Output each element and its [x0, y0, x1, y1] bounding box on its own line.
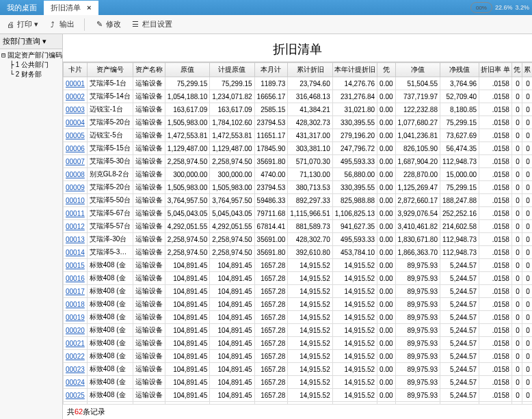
tree-root[interactable]: ⊟ 固定资产部门编码明细 [1, 51, 61, 60]
table-row[interactable]: 00015标致408 (金运输设备104,891.45104,891.45165… [64, 259, 533, 272]
cell: 0.00 [377, 220, 395, 233]
table-row[interactable]: 00024标致408 (金运输设备104,891.45104,891.45165… [64, 376, 533, 389]
modify-button[interactable]: ✎ 修改 [94, 19, 121, 29]
table-row[interactable]: 00012艾瑞泽5-57台运输设备4,292,051.554,292,051.5… [64, 220, 533, 233]
tab-home[interactable]: 我的桌面 [0, 1, 44, 15]
card-link[interactable]: 00018 [66, 301, 85, 308]
table-row[interactable]: 00017标致408 (金运输设备104,891.45104,891.45165… [64, 285, 533, 298]
card-link[interactable]: 00002 [66, 93, 85, 100]
tree-child-2[interactable]: └ 2 财务部 [1, 70, 61, 79]
card-link[interactable]: 00010 [66, 197, 85, 204]
col-header[interactable]: 累 [522, 63, 532, 77]
card-link[interactable]: 00008 [66, 171, 85, 178]
card-link[interactable]: 00004 [66, 119, 85, 126]
table-row[interactable]: 00009艾瑞泽5-20台运输设备1,505,983.001,505,983.0… [64, 181, 533, 194]
cell: 0 [511, 220, 522, 233]
cell: 104,891.45 [165, 298, 209, 311]
table-row[interactable]: 00016标致408 (金运输设备104,891.45104,891.45165… [64, 272, 533, 285]
col-header[interactable]: 折旧率 单 [479, 63, 512, 77]
col-header[interactable]: 凭 [511, 63, 522, 77]
cell: 运输设备 [133, 77, 165, 90]
col-header[interactable]: 本月计 [254, 63, 288, 77]
cell: 00015 [64, 259, 88, 272]
table-row[interactable]: 00019标致408 (金运输设备104,891.45104,891.45165… [64, 311, 533, 324]
tree-child-1[interactable]: ├ 1 公共部门 [1, 60, 61, 70]
col-header[interactable]: 净残值 [440, 63, 479, 77]
card-link[interactable]: 00015 [66, 262, 85, 269]
col-header[interactable]: 计提原值 [210, 63, 254, 77]
cell: 228,870.00 [395, 168, 440, 181]
table-row[interactable]: 00018标致408 (金运输设备104,891.45104,891.45165… [64, 298, 533, 311]
card-link[interactable]: 00014 [66, 249, 85, 256]
data-grid[interactable]: 卡片资产编号资产名称原值计提原值本月计累计折旧本年计提折旧凭净值净残值折旧率 单… [63, 62, 532, 404]
chevron-down-icon: ▾ [42, 37, 46, 45]
table-row[interactable]: 00013艾瑞泽-30台运输设备2,258,974.502,258,974.50… [64, 233, 533, 246]
sidebar-header[interactable]: 按部门查询 ▾ [0, 34, 62, 49]
cell: 2,258,974.50 [210, 155, 254, 168]
table-row[interactable]: 00022标致408 (金运输设备104,891.45104,891.45165… [64, 350, 533, 363]
card-link[interactable]: 00011 [66, 210, 85, 217]
card-link[interactable]: 00021 [66, 340, 85, 347]
table-row[interactable]: 00020标致408 (金运输设备104,891.45104,891.45165… [64, 324, 533, 337]
grid-wrap[interactable]: 卡片资产编号资产名称原值计提原值本月计累计折旧本年计提折旧凭净值净残值折旧率 单… [63, 62, 532, 404]
col-header[interactable]: 净值 [395, 63, 440, 77]
card-link[interactable]: 00020 [66, 327, 85, 334]
cell: .0158 [479, 376, 512, 389]
cell: 1657.28 [254, 337, 288, 350]
column-set-button[interactable]: ☰ 栏目设置 [131, 19, 172, 29]
col-header[interactable]: 凭 [377, 63, 395, 77]
card-link[interactable]: 00017 [66, 288, 85, 295]
card-link[interactable]: 00005 [66, 132, 85, 139]
table-row[interactable]: 00002艾瑞泽5-14台运输设备1,054,188.101,234,071.8… [64, 90, 533, 103]
table-row[interactable]: 00003迈锐宝-1台运输设备163,617.09163,617.092585.… [64, 103, 533, 116]
col-header[interactable]: 累计折旧 [288, 63, 332, 77]
table-row[interactable]: 00023标致408 (金运输设备104,891.45104,891.45165… [64, 363, 533, 376]
table-row[interactable]: 00021标致408 (金运输设备104,891.45104,891.45165… [64, 337, 533, 350]
table-row[interactable]: 00006艾瑞泽5-15台运输设备1,129,487.001,129,487.0… [64, 142, 533, 155]
close-icon[interactable]: × [87, 3, 91, 12]
card-link[interactable]: 00023 [66, 366, 85, 373]
card-link[interactable]: 00013 [66, 236, 85, 243]
card-link[interactable]: 00024 [66, 379, 85, 386]
table-row[interactable]: 00007艾瑞泽5-30台运输设备2,258,974.502,258,974.5… [64, 155, 533, 168]
cell: 2,258,974.50 [210, 233, 254, 246]
card-link[interactable]: 00016 [66, 275, 85, 282]
card-link[interactable]: 00022 [66, 353, 85, 360]
card-link[interactable]: 00012 [66, 223, 85, 230]
cell: 1,505,983.00 [210, 181, 254, 194]
card-link[interactable]: 00009 [66, 184, 85, 191]
card-link[interactable]: 00007 [66, 158, 85, 165]
tab-active[interactable]: 折旧清单 × [44, 1, 98, 15]
col-header[interactable]: 本年计提折旧 [332, 63, 377, 77]
col-header[interactable]: 资产名称 [133, 63, 165, 77]
cell: 艾瑞泽5-30台 [87, 155, 133, 168]
print-button[interactable]: 🖨 打印 ▾ [5, 19, 38, 29]
table-row[interactable]: 00014艾瑞泽5-3…运输设备2,258,974.502,258,974.50… [64, 246, 533, 259]
table-row[interactable]: 00004艾瑞泽5-20台运输设备1,505,983.001,784,102.6… [64, 116, 533, 129]
output-button[interactable]: ⤴ 输出 [48, 19, 75, 29]
table-row[interactable]: 00011艾瑞泽5-67台运输设备5,045,043.055,045,043.0… [64, 207, 533, 220]
card-link[interactable]: 00003 [66, 106, 85, 113]
table-row[interactable]: 00010艾瑞泽5-50台运输设备3,764,957.503,764,957.5… [64, 194, 533, 207]
col-header[interactable]: 资产编号 [87, 63, 133, 77]
cell: 112,948.73 [440, 155, 479, 168]
cell: 标致408 (金 [87, 337, 133, 350]
cell: 标致408 (金 [87, 298, 133, 311]
cell: 1,505,983.00 [165, 116, 209, 129]
card-link[interactable]: 00025 [66, 392, 85, 399]
tree-minus-icon[interactable]: ⊟ [1, 51, 5, 59]
cell: .0158 [479, 194, 512, 207]
card-link[interactable]: 00006 [66, 145, 85, 152]
cell: 0 [511, 142, 522, 155]
cell: 303,381.10 [288, 142, 332, 155]
table-row[interactable]: 00005迈锐宝-5台运输设备1,472,553.811,472,553.811… [64, 129, 533, 142]
col-header[interactable]: 卡片 [64, 63, 88, 77]
card-link[interactable]: 00019 [66, 314, 85, 321]
card-link[interactable]: 00001 [66, 80, 85, 87]
table-row[interactable]: 00025标致408 (金运输设备104,891.45104,891.45165… [64, 389, 533, 402]
table-row[interactable]: 00008别克GL8-2台运输设备300,000.00300,000.00474… [64, 168, 533, 181]
table-row[interactable]: 00001艾瑞泽5-1台运输设备75,299.1575,299.151189.7… [64, 77, 533, 90]
cell: 0 [522, 90, 532, 103]
col-header[interactable]: 原值 [165, 63, 209, 77]
cell: 4,292,051.55 [165, 220, 209, 233]
